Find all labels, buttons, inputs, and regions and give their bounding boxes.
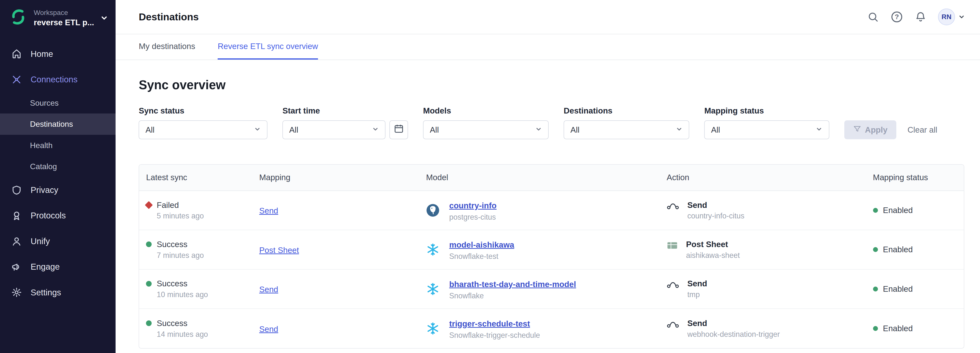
- clear-all-link[interactable]: Clear all: [907, 120, 937, 139]
- webhook-icon: [667, 321, 679, 328]
- action-cell: Post Sheet aishikawa-sheet: [667, 240, 873, 260]
- destinations-select[interactable]: All: [563, 120, 689, 139]
- sidebar-item-engage[interactable]: Engage: [0, 254, 116, 279]
- column-action: Action: [667, 173, 873, 182]
- filter-label: Mapping status: [704, 106, 829, 116]
- table-row: Success 14 minutes ago Send trigger-sche…: [139, 309, 964, 348]
- sidebar-item-label: Unify: [31, 237, 50, 246]
- sidebar-item-destinations[interactable]: Destinations: [0, 114, 116, 135]
- tab-reverse-etl-sync-overview[interactable]: Reverse ETL sync overview: [218, 34, 318, 59]
- sidebar-item-unify[interactable]: Unify: [0, 228, 116, 254]
- workspace-info: Workspace reverse ETL p...: [34, 9, 94, 27]
- filter-funnel-icon: [853, 125, 861, 135]
- postgres-icon: [426, 203, 440, 217]
- topbar: Destinations ? RN: [116, 0, 980, 34]
- models-select[interactable]: All: [423, 120, 549, 139]
- model-subtext: postgres-citus: [449, 213, 496, 222]
- tab-my-destinations[interactable]: My destinations: [138, 34, 195, 59]
- filter-label: Destinations: [563, 106, 689, 116]
- sync-status-text: Success: [157, 279, 188, 288]
- page-title: Sync overview: [138, 78, 964, 92]
- workspace-name: reverse ETL p...: [34, 18, 94, 27]
- sidebar-item-label: Protocols: [31, 211, 66, 220]
- column-model: Model: [426, 173, 667, 182]
- sidebar-item-health[interactable]: Health: [0, 135, 116, 156]
- table-row: Failed 5 minutes ago Send country-info: [139, 191, 964, 230]
- model-link[interactable]: bharath-test-day-and-time-model: [449, 280, 576, 289]
- sidebar-item-sources[interactable]: Sources: [0, 92, 116, 114]
- workspace-switcher[interactable]: Workspace reverse ETL p...: [0, 0, 116, 36]
- home-icon: [11, 49, 22, 59]
- mapping-status-select[interactable]: All: [704, 120, 829, 139]
- apply-label: Apply: [865, 125, 888, 135]
- model-link[interactable]: model-aishikawa: [449, 240, 514, 249]
- mapping-status-cell: Enabled: [873, 206, 964, 215]
- main-area: Destinations ? RN My: [116, 0, 980, 353]
- filter-label: Start time: [282, 106, 408, 116]
- mapping-link[interactable]: Send: [259, 206, 278, 215]
- chevron-down-icon: [372, 125, 379, 135]
- help-icon[interactable]: ?: [891, 11, 903, 23]
- model-info: model-aishikawa Snowflake-test: [449, 239, 514, 261]
- action-info: Send country-info-citus: [687, 201, 745, 220]
- action-subtext: country-info-citus: [687, 212, 745, 220]
- sidebar-item-label: Destinations: [30, 120, 73, 129]
- start-time-select[interactable]: All: [282, 120, 385, 139]
- model-cell: country-info postgres-citus: [426, 199, 667, 222]
- mapping-cell: Post Sheet: [259, 244, 426, 255]
- mapping-link[interactable]: Send: [259, 325, 278, 334]
- sidebar-item-privacy[interactable]: Privacy: [0, 177, 116, 203]
- action-name: Send: [687, 319, 780, 328]
- action-name: Post Sheet: [686, 240, 740, 249]
- page-header-title: Destinations: [138, 11, 199, 23]
- model-link[interactable]: country-info: [449, 201, 496, 210]
- sync-status-select[interactable]: All: [138, 120, 267, 139]
- mapping-link[interactable]: Post Sheet: [259, 245, 299, 255]
- engage-icon: [11, 261, 22, 272]
- sidebar-item-catalog[interactable]: Catalog: [0, 156, 116, 177]
- content: Sync overview Sync status All Start time…: [116, 60, 980, 353]
- filter-label: Models: [423, 106, 549, 116]
- mapping-cell: Send: [259, 323, 426, 334]
- mapping-status-cell: Enabled: [873, 324, 964, 333]
- sidebar-item-home[interactable]: Home: [0, 41, 116, 66]
- calendar-button[interactable]: [390, 120, 408, 139]
- sidebar-item-label: Sources: [30, 98, 59, 108]
- action-name: Send: [687, 279, 707, 288]
- select-value: All: [571, 125, 579, 135]
- mapping-status-text: Enabled: [883, 245, 913, 254]
- model-link[interactable]: trigger-schedule-test: [449, 319, 530, 328]
- select-value: All: [145, 125, 154, 135]
- select-value: All: [430, 125, 439, 135]
- model-subtext: Snowflake-trigger-schedule: [449, 331, 540, 340]
- table-row: Success 10 minutes ago Send bharath-test…: [139, 270, 964, 309]
- model-subtext: Snowflake-test: [449, 252, 514, 261]
- enabled-status-icon: [873, 287, 878, 291]
- sidebar-item-settings[interactable]: Settings: [0, 280, 116, 305]
- avatar: RN: [938, 9, 955, 25]
- sidebar-item-protocols[interactable]: Protocols: [0, 203, 116, 228]
- search-icon[interactable]: [867, 11, 880, 23]
- user-menu[interactable]: RN: [938, 9, 965, 25]
- sidebar-item-label: Engage: [31, 262, 60, 272]
- bell-icon[interactable]: [914, 11, 927, 23]
- action-info: Send webhook-destination-trigger: [687, 319, 780, 339]
- filter-mapping-status: Mapping status All: [704, 106, 829, 139]
- model-cell: model-aishikawa Snowflake-test: [426, 239, 667, 261]
- table-header: Latest sync Mapping Model Action Mapping…: [139, 165, 964, 191]
- column-mapping: Mapping: [259, 173, 426, 182]
- calendar-icon: [394, 123, 404, 136]
- mapping-link[interactable]: Send: [259, 285, 278, 294]
- enabled-status-icon: [873, 208, 878, 213]
- apply-button[interactable]: Apply: [844, 120, 896, 139]
- select-value: All: [289, 125, 298, 135]
- filter-label: Sync status: [138, 106, 267, 116]
- model-info: bharath-test-day-and-time-model Snowflak…: [449, 278, 576, 300]
- table-row: Success 7 minutes ago Post Sheet model-a…: [139, 230, 964, 269]
- sidebar-item-connections[interactable]: Connections: [0, 66, 116, 92]
- column-mapping-status: Mapping status: [873, 173, 964, 182]
- filter-sync-status: Sync status All: [138, 106, 267, 139]
- model-subtext: Snowflake: [449, 291, 576, 300]
- sidebar-nav: Home Connections Sources Destinations He…: [0, 41, 116, 305]
- mapping-status-text: Enabled: [883, 324, 913, 333]
